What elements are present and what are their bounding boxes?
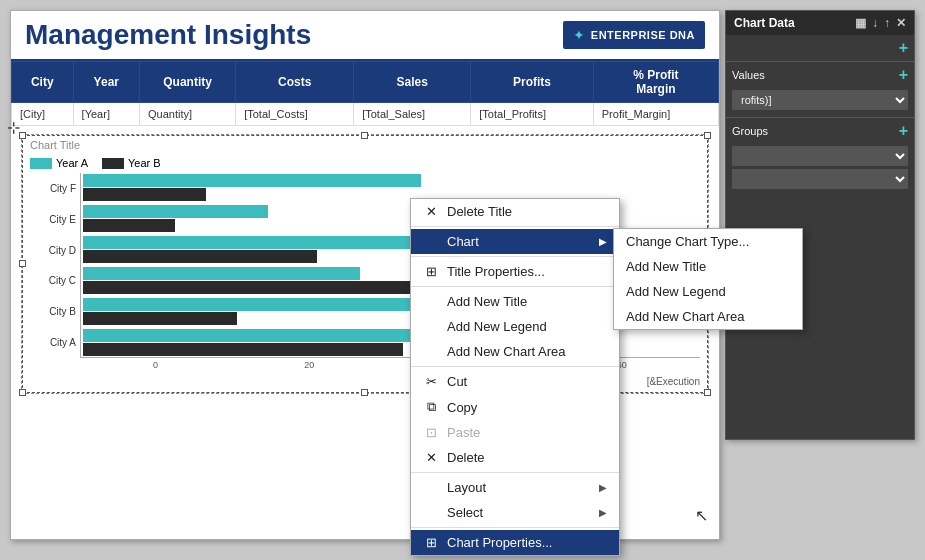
delete-title-label: Delete Title bbox=[447, 204, 512, 219]
chart-y-labels: City F City E City D City C City B City … bbox=[30, 173, 80, 358]
submenu-add-new-legend[interactable]: Add New Legend bbox=[614, 279, 802, 304]
add-chart-area-label: Add New Chart Area bbox=[447, 344, 566, 359]
context-menu: ✕ Delete Title Chart ▶ ⊞ Title Propertie… bbox=[410, 198, 620, 556]
menu-title-properties[interactable]: ⊞ Title Properties... bbox=[411, 259, 619, 284]
cut-icon: ✂ bbox=[423, 374, 439, 389]
legend-year-b: Year B bbox=[102, 157, 161, 169]
panel-values-header: Values + bbox=[726, 61, 914, 86]
chart-props-label: Chart Properties... bbox=[447, 535, 553, 550]
menu-add-new-chart-area[interactable]: Add New Chart Area bbox=[411, 339, 619, 364]
handle-bl bbox=[19, 389, 26, 396]
execution-text: [&Execution bbox=[647, 376, 700, 387]
menu-delete-title[interactable]: ✕ Delete Title bbox=[411, 199, 619, 224]
panel-title: Chart Data bbox=[734, 16, 795, 30]
bar-a-b bbox=[83, 343, 403, 356]
right-panel: Chart Data ▦ ↓ ↑ ✕ + Values + rofits)] G… bbox=[725, 10, 915, 440]
divider-6 bbox=[411, 527, 619, 528]
delete-label: Delete bbox=[447, 450, 485, 465]
col-costs: Costs bbox=[236, 62, 354, 103]
panel-groups-section bbox=[726, 142, 914, 196]
handle-br bbox=[704, 389, 711, 396]
y-label-3: City C bbox=[30, 275, 76, 286]
copy-icon: ⧉ bbox=[423, 399, 439, 415]
x-label-20: 20 bbox=[304, 360, 314, 370]
cell-profits: [Total_Profits] bbox=[471, 103, 593, 126]
panel-up-icon[interactable]: ↑ bbox=[884, 16, 890, 30]
cell-margin: Profit_Margin] bbox=[593, 103, 718, 126]
cell-year: [Year] bbox=[73, 103, 139, 126]
groups-label: Groups bbox=[732, 125, 768, 137]
panel-add-row: + bbox=[726, 35, 914, 61]
table-row: [City] [Year] Quantity] [Total_Costs] [T… bbox=[12, 103, 719, 126]
col-quantity: Quantity bbox=[139, 62, 235, 103]
layout-label: Layout bbox=[447, 480, 486, 495]
panel-grid-icon[interactable]: ▦ bbox=[855, 16, 866, 30]
select-label: Select bbox=[447, 505, 483, 520]
panel-header: Chart Data ▦ ↓ ↑ ✕ bbox=[726, 11, 914, 35]
chart-title: Chart Title bbox=[22, 135, 708, 155]
menu-select[interactable]: Select ▶ bbox=[411, 500, 619, 525]
bar-f-b bbox=[83, 188, 206, 201]
panel-add-button[interactable]: + bbox=[899, 39, 908, 57]
add-title-label: Add New Title bbox=[447, 294, 527, 309]
panel-down-icon[interactable]: ↓ bbox=[872, 16, 878, 30]
divider-5 bbox=[411, 472, 619, 473]
menu-layout[interactable]: Layout ▶ bbox=[411, 475, 619, 500]
submenu-change-chart-type[interactable]: Change Chart Type... bbox=[614, 229, 802, 254]
values-label: Values bbox=[732, 69, 765, 81]
logo-text: ENTERPRISE DNA bbox=[591, 29, 695, 41]
legend-color-b bbox=[102, 158, 124, 169]
legend-label-a: Year A bbox=[56, 157, 88, 169]
cell-costs: [Total_Costs] bbox=[236, 103, 354, 126]
values-add-button[interactable]: + bbox=[899, 66, 908, 84]
logo-box: ✦ ENTERPRISE DNA bbox=[563, 21, 705, 49]
menu-paste: ⊡ Paste bbox=[411, 420, 619, 445]
logo-icon: ✦ bbox=[573, 27, 585, 43]
handle-bm bbox=[361, 389, 368, 396]
data-table: City Year Quantity Costs Sales Profits %… bbox=[11, 61, 719, 126]
cell-sales: [Total_Sales] bbox=[354, 103, 471, 126]
chart-arrow: ▶ bbox=[599, 236, 607, 247]
panel-close-icon[interactable]: ✕ bbox=[896, 16, 906, 30]
col-sales: Sales bbox=[354, 62, 471, 103]
col-profit-margin: % ProfitMargin bbox=[593, 62, 718, 103]
panel-groups-header: Groups + bbox=[726, 117, 914, 142]
values-dropdown[interactable]: rofits)] bbox=[732, 90, 908, 110]
menu-delete[interactable]: ✕ Delete bbox=[411, 445, 619, 470]
col-year: Year bbox=[73, 62, 139, 103]
menu-add-new-title[interactable]: Add New Title bbox=[411, 289, 619, 314]
y-label-4: City D bbox=[30, 245, 76, 256]
chart-submenu: Change Chart Type... Add New Title Add N… bbox=[613, 228, 803, 330]
delete-title-icon: ✕ bbox=[423, 204, 439, 219]
report-title: Management Insights bbox=[25, 19, 311, 51]
chart-label: Chart bbox=[447, 234, 479, 249]
panel-values-section: rofits)] bbox=[726, 86, 914, 117]
y-label-5: City E bbox=[30, 214, 76, 225]
bar-d-a bbox=[83, 236, 464, 249]
submenu-add-new-chart-area[interactable]: Add New Chart Area bbox=[614, 304, 802, 329]
menu-add-new-legend[interactable]: Add New Legend bbox=[411, 314, 619, 339]
panel-icons: ▦ ↓ ↑ ✕ bbox=[855, 16, 906, 30]
menu-chart-properties[interactable]: ⊞ Chart Properties... bbox=[411, 530, 619, 555]
divider-1 bbox=[411, 226, 619, 227]
col-profits: Profits bbox=[471, 62, 593, 103]
divider-2 bbox=[411, 256, 619, 257]
cut-label: Cut bbox=[447, 374, 467, 389]
y-label-2: City B bbox=[30, 306, 76, 317]
menu-copy[interactable]: ⧉ Copy bbox=[411, 394, 619, 420]
submenu-add-new-title[interactable]: Add New Title bbox=[614, 254, 802, 279]
groups-add-button[interactable]: + bbox=[899, 122, 908, 140]
groups-dropdown-2[interactable] bbox=[732, 169, 908, 189]
paste-label: Paste bbox=[447, 425, 480, 440]
menu-cut[interactable]: ✂ Cut bbox=[411, 369, 619, 394]
bar-b-b bbox=[83, 312, 237, 325]
divider-3 bbox=[411, 286, 619, 287]
menu-chart[interactable]: Chart ▶ bbox=[411, 229, 619, 254]
legend-color-a bbox=[30, 158, 52, 169]
change-chart-type-label: Change Chart Type... bbox=[626, 234, 749, 249]
submenu-add-chart-area-label: Add New Chart Area bbox=[626, 309, 745, 324]
groups-dropdown[interactable] bbox=[732, 146, 908, 166]
bar-e-a bbox=[83, 205, 268, 218]
x-label-0: 0 bbox=[153, 360, 158, 370]
y-label-1: City A bbox=[30, 337, 76, 348]
